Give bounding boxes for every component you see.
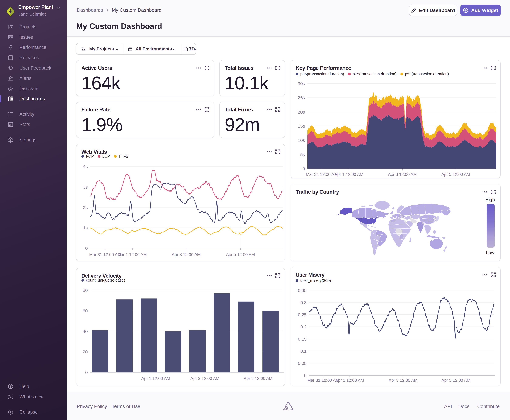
svg-text:0: 0 bbox=[85, 246, 88, 251]
svg-text:0.25: 0.25 bbox=[298, 312, 307, 317]
svg-text:Apr 5 12:00 AM: Apr 5 12:00 AM bbox=[441, 172, 470, 177]
svg-text:Apr 3 12:00 AM: Apr 3 12:00 AM bbox=[190, 376, 219, 381]
svg-text:60: 60 bbox=[83, 308, 88, 313]
svg-text:30s: 30s bbox=[298, 81, 305, 86]
svg-text:15s: 15s bbox=[298, 124, 305, 129]
svg-text:Apr 3 12:00 AM: Apr 3 12:00 AM bbox=[389, 378, 417, 383]
svg-text:Mar 31 12:00 AM: Mar 31 12:00 AM bbox=[306, 172, 338, 177]
svg-text:0.05: 0.05 bbox=[298, 361, 307, 366]
svg-text:Apr 3 12:00 AM: Apr 3 12:00 AM bbox=[388, 172, 417, 177]
svg-text:0.3: 0.3 bbox=[300, 300, 307, 305]
svg-text:4s: 4s bbox=[83, 164, 88, 169]
svg-text:0: 0 bbox=[304, 373, 307, 378]
svg-text:Apr 5 12:00 AM: Apr 5 12:00 AM bbox=[441, 378, 470, 383]
svg-text:0.15: 0.15 bbox=[298, 337, 307, 342]
svg-text:1s: 1s bbox=[83, 225, 88, 230]
svg-text:10s: 10s bbox=[298, 138, 305, 143]
svg-text:20: 20 bbox=[83, 349, 88, 354]
svg-text:Apr 5 12:00 AM: Apr 5 12:00 AM bbox=[244, 376, 273, 381]
svg-text:0.1: 0.1 bbox=[300, 349, 307, 354]
svg-text:40: 40 bbox=[83, 329, 88, 334]
svg-text:Mar 31 12:00 AM: Mar 31 12:00 AM bbox=[89, 252, 121, 257]
svg-text:Mar 31 12:00 AM: Mar 31 12:00 AM bbox=[307, 378, 339, 383]
svg-text:5s: 5s bbox=[300, 152, 305, 157]
svg-text:0: 0 bbox=[85, 370, 88, 375]
svg-text:3s: 3s bbox=[83, 185, 88, 189]
svg-text:Apr 3 12:00 AM: Apr 3 12:00 AM bbox=[172, 252, 201, 257]
svg-text:Apr 1 12:00 AM: Apr 1 12:00 AM bbox=[335, 378, 364, 383]
svg-text:Apr 1 12:00 AM: Apr 1 12:00 AM bbox=[118, 252, 147, 257]
svg-text:Apr 1 12:00 AM: Apr 1 12:00 AM bbox=[334, 172, 363, 177]
svg-text:2s: 2s bbox=[83, 205, 88, 210]
svg-text:Apr 1 12:00 AM: Apr 1 12:00 AM bbox=[141, 376, 170, 381]
svg-text:20s: 20s bbox=[298, 110, 305, 114]
svg-text:80: 80 bbox=[83, 288, 88, 293]
svg-text:0.2: 0.2 bbox=[300, 324, 307, 329]
svg-text:25s: 25s bbox=[298, 95, 305, 100]
svg-text:0: 0 bbox=[303, 166, 305, 171]
svg-text:0.35: 0.35 bbox=[298, 288, 307, 293]
svg-text:Apr 5 12:00 AM: Apr 5 12:00 AM bbox=[226, 252, 255, 257]
